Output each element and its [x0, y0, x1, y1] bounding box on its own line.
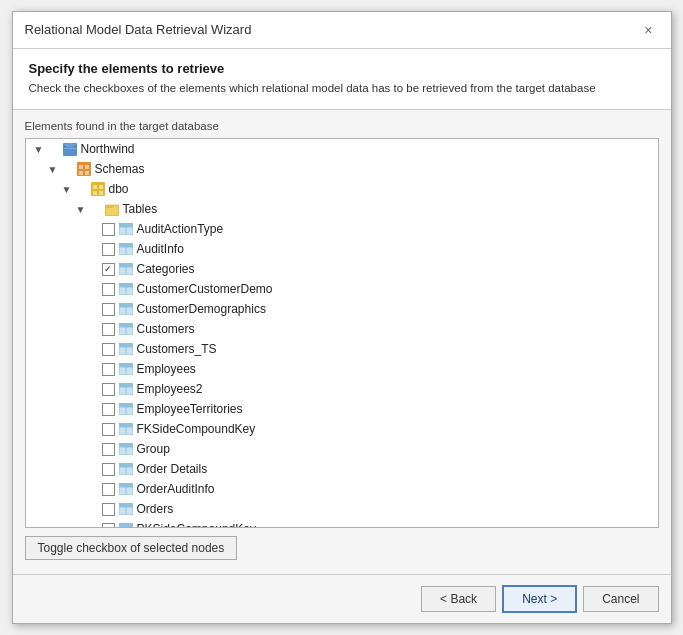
tables-icon — [104, 201, 120, 217]
dbo-icon — [90, 181, 106, 197]
tree-node[interactable]: OrderAuditInfo — [26, 479, 658, 499]
toggle-button-area: Toggle checkbox of selected nodes — [25, 528, 659, 564]
tree-node-label: Northwind — [81, 142, 135, 156]
svg-rect-39 — [119, 323, 133, 327]
tree-node-label: Tables — [123, 202, 158, 216]
tree-toggle-arrow[interactable]: ▼ — [32, 144, 46, 155]
tree-node-checkbox[interactable] — [102, 443, 115, 456]
tree-node-label: Group — [137, 442, 170, 456]
tree-node-checkbox[interactable] — [102, 283, 115, 296]
table-icon — [118, 221, 134, 237]
tree-node-checkbox[interactable] — [102, 223, 115, 236]
tree-node[interactable]: ▼Tables — [26, 199, 658, 219]
tree-node[interactable]: CustomerCustomerDemo — [26, 279, 658, 299]
tree-node-label: PKSideCompoundKey — [137, 522, 256, 528]
svg-rect-67 — [119, 463, 133, 467]
tree-node-label: Employees2 — [137, 382, 203, 396]
tree-node-checkbox[interactable] — [102, 343, 115, 356]
tree-node[interactable]: Employees — [26, 359, 658, 379]
title-bar: Relational Model Data Retrieval Wizard × — [13, 12, 671, 49]
svg-rect-47 — [119, 363, 133, 367]
tree-node-checkbox[interactable] — [102, 503, 115, 516]
table-icon — [118, 301, 134, 317]
svg-rect-71 — [119, 483, 133, 487]
table-icon — [118, 461, 134, 477]
svg-rect-31 — [119, 283, 133, 287]
content-area: Elements found in the target database ▼N… — [13, 110, 671, 574]
tree-toggle-arrow[interactable]: ▼ — [60, 184, 74, 195]
tree-node-checkbox[interactable] — [102, 403, 115, 416]
svg-rect-35 — [119, 303, 133, 307]
tree-node[interactable]: AuditActionType — [26, 219, 658, 239]
tree-node-label: AuditInfo — [137, 242, 184, 256]
tree-node-checkbox[interactable] — [102, 363, 115, 376]
tree-node[interactable]: CustomerDemographics — [26, 299, 658, 319]
tree-node[interactable]: PKSideCompoundKey — [26, 519, 658, 528]
tree-node[interactable]: ▼dbo — [26, 179, 658, 199]
tree-node-label: AuditActionType — [137, 222, 224, 236]
table-icon — [118, 521, 134, 528]
tree-node-label: EmployeeTerritories — [137, 402, 243, 416]
tree-node[interactable]: ▼Schemas — [26, 159, 658, 179]
tree-node[interactable]: Group — [26, 439, 658, 459]
toggle-checkbox-button[interactable]: Toggle checkbox of selected nodes — [25, 536, 238, 560]
tree-node[interactable]: Order Details — [26, 459, 658, 479]
tree-node-label: Schemas — [95, 162, 145, 176]
svg-rect-8 — [85, 171, 89, 175]
tree-node-label: CustomerCustomerDemo — [137, 282, 273, 296]
tree-node[interactable]: Employees2 — [26, 379, 658, 399]
tree-node-checkbox[interactable]: ✓ — [102, 263, 115, 276]
svg-rect-10 — [93, 185, 97, 189]
tree-node-label: Categories — [137, 262, 195, 276]
tree-node-label: Employees — [137, 362, 196, 376]
tree-node[interactable]: Orders — [26, 499, 658, 519]
tree-toggle-arrow[interactable]: ▼ — [74, 204, 88, 215]
tree-node-checkbox[interactable] — [102, 303, 115, 316]
table-icon — [118, 361, 134, 377]
svg-rect-12 — [93, 191, 97, 195]
svg-rect-63 — [119, 443, 133, 447]
table-icon — [118, 501, 134, 517]
tree-node-label: dbo — [109, 182, 129, 196]
tree-node-checkbox[interactable] — [102, 323, 115, 336]
svg-rect-59 — [119, 423, 133, 427]
svg-rect-51 — [119, 383, 133, 387]
tree-node[interactable]: FKSideCompoundKey — [26, 419, 658, 439]
tree-node[interactable]: ✓Categories — [26, 259, 658, 279]
table-icon — [118, 281, 134, 297]
svg-rect-75 — [119, 503, 133, 507]
tree-node[interactable]: AuditInfo — [26, 239, 658, 259]
tree-node-checkbox[interactable] — [102, 463, 115, 476]
tree-toggle-arrow[interactable]: ▼ — [46, 164, 60, 175]
footer: < Back Next > Cancel — [13, 574, 671, 623]
tree-node-label: Customers_TS — [137, 342, 217, 356]
table-icon — [118, 421, 134, 437]
tree-node[interactable]: ▼Northwind — [26, 139, 658, 159]
svg-rect-19 — [119, 223, 133, 227]
table-icon — [118, 261, 134, 277]
dialog-window: Relational Model Data Retrieval Wizard ×… — [12, 11, 672, 624]
table-icon — [118, 341, 134, 357]
tree-node-label: Order Details — [137, 462, 208, 476]
close-button[interactable]: × — [638, 20, 658, 40]
svg-rect-23 — [119, 243, 133, 247]
tree-node-checkbox[interactable] — [102, 243, 115, 256]
svg-rect-13 — [99, 191, 103, 195]
tree-panel[interactable]: ▼Northwind▼Schemas▼dbo▼TablesAuditAction… — [25, 138, 659, 528]
tree-node-checkbox[interactable] — [102, 423, 115, 436]
table-icon — [118, 321, 134, 337]
tree-panel-label: Elements found in the target database — [25, 120, 659, 132]
tree-node[interactable]: Customers — [26, 319, 658, 339]
tree-node-checkbox[interactable] — [102, 383, 115, 396]
tree-node-label: CustomerDemographics — [137, 302, 266, 316]
instruction-title: Specify the elements to retrieve — [29, 61, 655, 76]
next-button[interactable]: Next > — [502, 585, 577, 613]
tree-node[interactable]: Customers_TS — [26, 339, 658, 359]
cancel-button[interactable]: Cancel — [583, 586, 658, 612]
tree-node-checkbox[interactable] — [102, 483, 115, 496]
tree-node-label: OrderAuditInfo — [137, 482, 215, 496]
svg-rect-55 — [119, 403, 133, 407]
tree-node[interactable]: EmployeeTerritories — [26, 399, 658, 419]
tree-node-checkbox[interactable] — [102, 523, 115, 529]
back-button[interactable]: < Back — [421, 586, 496, 612]
